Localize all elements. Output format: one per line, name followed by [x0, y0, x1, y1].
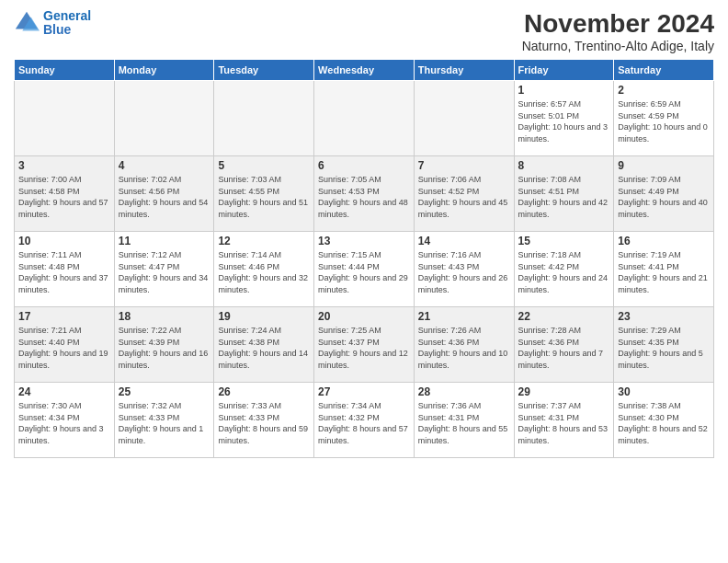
day-info: Sunrise: 7:30 AMSunset: 4:34 PMDaylight:… [18, 400, 110, 446]
day-number: 5 [218, 159, 310, 172]
day-number: 13 [318, 235, 410, 247]
day-info: Sunrise: 7:02 AMSunset: 4:56 PMDaylight:… [119, 174, 210, 220]
day-info: Sunrise: 7:18 AMSunset: 4:42 PMDaylight:… [518, 249, 610, 295]
day-number: 9 [618, 159, 710, 172]
header-row: Sunday Monday Tuesday Wednesday Thursday… [15, 60, 714, 81]
col-tuesday: Tuesday [214, 60, 314, 81]
day-cell [414, 81, 514, 156]
logo-icon [14, 10, 40, 36]
day-number: 2 [618, 84, 710, 97]
day-cell: 21 Sunrise: 7:26 AMSunset: 4:36 PMDaylig… [414, 307, 514, 383]
week-row-2: 10 Sunrise: 7:11 AMSunset: 4:48 PMDaylig… [15, 232, 714, 307]
day-info: Sunrise: 7:29 AMSunset: 4:35 PMDaylight:… [618, 325, 710, 371]
day-cell [15, 81, 115, 156]
week-row-4: 24 Sunrise: 7:30 AMSunset: 4:34 PMDaylig… [15, 383, 714, 458]
day-info: Sunrise: 7:33 AMSunset: 4:33 PMDaylight:… [218, 400, 310, 446]
logo: General Blue [14, 9, 91, 38]
day-cell: 16 Sunrise: 7:19 AMSunset: 4:41 PMDaylig… [614, 232, 714, 307]
day-number: 16 [618, 235, 710, 247]
day-cell: 13 Sunrise: 7:15 AMSunset: 4:44 PMDaylig… [314, 232, 415, 307]
day-cell: 30 Sunrise: 7:38 AMSunset: 4:30 PMDaylig… [614, 383, 714, 458]
day-info: Sunrise: 7:34 AMSunset: 4:32 PMDaylight:… [318, 400, 410, 446]
location: Naturno, Trentino-Alto Adige, Italy [522, 39, 714, 53]
day-cell [314, 81, 415, 156]
calendar-table: Sunday Monday Tuesday Wednesday Thursday… [14, 59, 714, 458]
day-cell: 1 Sunrise: 6:57 AMSunset: 5:01 PMDayligh… [514, 81, 614, 156]
title-block: November 2024 Naturno, Trentino-Alto Adi… [522, 9, 714, 53]
day-info: Sunrise: 7:15 AMSunset: 4:44 PMDaylight:… [318, 249, 410, 295]
day-cell: 24 Sunrise: 7:30 AMSunset: 4:34 PMDaylig… [15, 383, 115, 458]
day-info: Sunrise: 7:36 AMSunset: 4:31 PMDaylight:… [418, 400, 510, 446]
day-cell [214, 81, 314, 156]
col-thursday: Thursday [414, 60, 514, 81]
week-row-0: 1 Sunrise: 6:57 AMSunset: 5:01 PMDayligh… [15, 81, 714, 156]
day-number: 8 [518, 159, 610, 172]
day-cell: 20 Sunrise: 7:25 AMSunset: 4:37 PMDaylig… [314, 307, 415, 383]
day-cell: 22 Sunrise: 7:28 AMSunset: 4:36 PMDaylig… [514, 307, 614, 383]
day-cell: 10 Sunrise: 7:11 AMSunset: 4:48 PMDaylig… [15, 232, 115, 307]
day-number: 29 [518, 385, 610, 398]
day-info: Sunrise: 6:57 AMSunset: 5:01 PMDaylight:… [518, 98, 610, 144]
col-sunday: Sunday [15, 60, 115, 81]
day-info: Sunrise: 7:19 AMSunset: 4:41 PMDaylight:… [618, 249, 710, 295]
col-friday: Friday [514, 60, 614, 81]
day-cell: 7 Sunrise: 7:06 AMSunset: 4:52 PMDayligh… [414, 156, 514, 232]
day-number: 18 [119, 310, 210, 323]
day-number: 22 [518, 310, 610, 323]
day-number: 3 [18, 159, 110, 172]
week-row-1: 3 Sunrise: 7:00 AMSunset: 4:58 PMDayligh… [15, 156, 714, 232]
day-info: Sunrise: 7:09 AMSunset: 4:49 PMDaylight:… [618, 174, 710, 220]
day-info: Sunrise: 7:14 AMSunset: 4:46 PMDaylight:… [218, 249, 310, 295]
day-cell: 26 Sunrise: 7:33 AMSunset: 4:33 PMDaylig… [214, 383, 314, 458]
day-cell: 8 Sunrise: 7:08 AMSunset: 4:51 PMDayligh… [514, 156, 614, 232]
day-info: Sunrise: 7:25 AMSunset: 4:37 PMDaylight:… [318, 325, 410, 371]
day-number: 21 [418, 310, 510, 323]
day-info: Sunrise: 7:16 AMSunset: 4:43 PMDaylight:… [418, 249, 510, 295]
day-number: 17 [18, 310, 110, 323]
day-number: 6 [318, 159, 410, 172]
day-number: 25 [119, 385, 210, 398]
day-info: Sunrise: 7:06 AMSunset: 4:52 PMDaylight:… [418, 174, 510, 220]
col-saturday: Saturday [614, 60, 714, 81]
logo-line2: Blue [43, 22, 71, 37]
day-number: 10 [18, 235, 110, 247]
day-number: 24 [18, 385, 110, 398]
day-cell: 15 Sunrise: 7:18 AMSunset: 4:42 PMDaylig… [514, 232, 614, 307]
day-number: 20 [318, 310, 410, 323]
day-info: Sunrise: 7:12 AMSunset: 4:47 PMDaylight:… [119, 249, 210, 295]
day-info: Sunrise: 7:22 AMSunset: 4:39 PMDaylight:… [119, 325, 210, 371]
page: General Blue November 2024 Naturno, Tren… [0, 0, 728, 563]
day-cell: 6 Sunrise: 7:05 AMSunset: 4:53 PMDayligh… [314, 156, 415, 232]
day-number: 14 [418, 235, 510, 247]
day-cell: 23 Sunrise: 7:29 AMSunset: 4:35 PMDaylig… [614, 307, 714, 383]
day-number: 26 [218, 385, 310, 398]
day-info: Sunrise: 7:37 AMSunset: 4:31 PMDaylight:… [518, 400, 610, 446]
day-cell: 11 Sunrise: 7:12 AMSunset: 4:47 PMDaylig… [114, 232, 214, 307]
day-number: 19 [218, 310, 310, 323]
day-cell: 4 Sunrise: 7:02 AMSunset: 4:56 PMDayligh… [114, 156, 214, 232]
day-cell: 25 Sunrise: 7:32 AMSunset: 4:33 PMDaylig… [114, 383, 214, 458]
day-cell: 3 Sunrise: 7:00 AMSunset: 4:58 PMDayligh… [15, 156, 115, 232]
logo-line1: General [43, 8, 91, 23]
col-wednesday: Wednesday [314, 60, 415, 81]
month-title: November 2024 [522, 9, 714, 39]
col-monday: Monday [114, 60, 214, 81]
day-cell: 9 Sunrise: 7:09 AMSunset: 4:49 PMDayligh… [614, 156, 714, 232]
day-cell: 2 Sunrise: 6:59 AMSunset: 4:59 PMDayligh… [614, 81, 714, 156]
day-cell: 12 Sunrise: 7:14 AMSunset: 4:46 PMDaylig… [214, 232, 314, 307]
day-info: Sunrise: 7:08 AMSunset: 4:51 PMDaylight:… [518, 174, 610, 220]
day-number: 23 [618, 310, 710, 323]
day-cell: 19 Sunrise: 7:24 AMSunset: 4:38 PMDaylig… [214, 307, 314, 383]
day-cell: 29 Sunrise: 7:37 AMSunset: 4:31 PMDaylig… [514, 383, 614, 458]
day-cell: 27 Sunrise: 7:34 AMSunset: 4:32 PMDaylig… [314, 383, 415, 458]
day-cell: 14 Sunrise: 7:16 AMSunset: 4:43 PMDaylig… [414, 232, 514, 307]
day-info: Sunrise: 7:03 AMSunset: 4:55 PMDaylight:… [218, 174, 310, 220]
day-number: 30 [618, 385, 710, 398]
day-info: Sunrise: 7:26 AMSunset: 4:36 PMDaylight:… [418, 325, 510, 371]
day-cell: 18 Sunrise: 7:22 AMSunset: 4:39 PMDaylig… [114, 307, 214, 383]
day-cell [114, 81, 214, 156]
day-info: Sunrise: 7:21 AMSunset: 4:40 PMDaylight:… [18, 325, 110, 371]
day-info: Sunrise: 6:59 AMSunset: 4:59 PMDaylight:… [618, 98, 710, 144]
day-number: 1 [518, 84, 610, 97]
day-number: 28 [418, 385, 510, 398]
